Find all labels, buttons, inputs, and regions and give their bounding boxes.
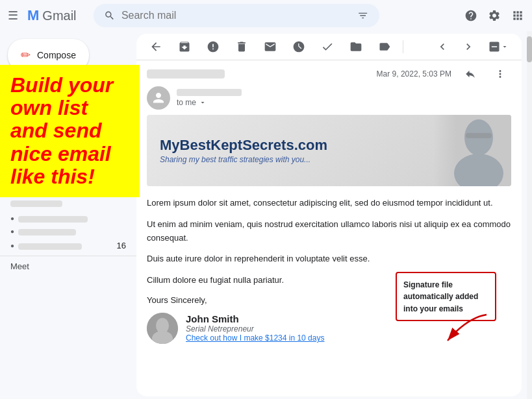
more-email-icon	[494, 68, 506, 80]
sig-info: John Smith Serial Netrepreneur Check out…	[186, 313, 324, 343]
to-dropdown-icon[interactable]	[199, 99, 207, 106]
filter-icon[interactable]	[357, 9, 368, 22]
back-icon	[149, 40, 162, 53]
person-icon	[152, 91, 165, 104]
dropdown-icon	[501, 43, 509, 51]
email-toolbar	[136, 34, 522, 60]
banner-title: MyBestKeptSecrets.com	[160, 137, 327, 154]
label-icon	[378, 40, 391, 53]
settings-icon[interactable]	[488, 9, 501, 22]
gmail-logo: M Gmail	[27, 7, 77, 24]
email-date: Mar 9, 2022, 5:03 PM	[377, 69, 451, 79]
email-body: MyBestKeptSecrets.com Sharing my best tr…	[136, 115, 522, 396]
reply-icon	[464, 68, 476, 80]
reply-button[interactable]	[459, 66, 481, 82]
meet-label: Meet	[10, 261, 29, 271]
compose-label: Compose	[37, 50, 76, 60]
dot-bar2	[18, 229, 76, 236]
label-button[interactable]	[373, 38, 396, 56]
mail-icon	[264, 40, 277, 53]
more-icon	[488, 40, 501, 53]
archive-icon	[178, 40, 191, 53]
banner-person	[433, 115, 511, 186]
more-email-button[interactable]	[489, 66, 511, 82]
banner-text-block: MyBestKeptSecrets.com Sharing my best tr…	[147, 127, 340, 175]
sender-to-label: to me	[177, 98, 242, 107]
archive-button[interactable]	[173, 38, 196, 56]
sig-person-icon	[147, 313, 178, 344]
sidebar-placeholder-3	[10, 200, 62, 207]
banner-subtitle: Sharing my best traffic strategies with …	[160, 155, 327, 164]
report-button[interactable]	[201, 38, 225, 56]
move-icon	[349, 40, 362, 53]
email-subject-placeholder	[147, 69, 225, 79]
svg-point-1	[454, 154, 503, 186]
search-bar[interactable]	[94, 4, 379, 27]
compose-pencil-icon: ✏	[21, 48, 31, 62]
report-icon	[207, 40, 220, 53]
sidebar-dot-items: ●	[0, 212, 136, 225]
next-email-button[interactable]	[457, 38, 480, 56]
search-input[interactable]	[121, 10, 351, 21]
overlay-text: Build your own list and send nice email …	[10, 74, 129, 188]
mail-button[interactable]	[259, 38, 282, 56]
help-icon[interactable]	[464, 9, 477, 22]
dot1: ●	[10, 215, 14, 223]
dot3: ●	[10, 242, 14, 249]
back-button[interactable]	[144, 38, 168, 56]
hamburger-icon[interactable]: ☰	[8, 8, 18, 23]
toolbar-separator	[403, 40, 403, 53]
gmail-text-label: Gmail	[42, 8, 76, 23]
sig-link[interactable]: Check out how I make $1234 in 10 days	[186, 333, 324, 343]
prev-email-button[interactable]	[431, 38, 454, 56]
annotation-text: Signature file automatically added into …	[403, 280, 478, 314]
annotation-arrow	[435, 311, 493, 344]
sig-title: Serial Netrepreneur	[186, 324, 324, 333]
topbar-right	[464, 9, 524, 22]
email-header-actions: Mar 9, 2022, 5:03 PM	[377, 66, 511, 82]
move-button[interactable]	[344, 38, 368, 56]
delete-button[interactable]	[230, 38, 253, 56]
sidebar-dot-items-2: ●	[0, 225, 136, 238]
dot-bar1	[18, 216, 88, 223]
email-para-2: Ut enim ad minim veniam, quis nostrud ex…	[147, 218, 511, 245]
topbar: ☰ M Gmail	[0, 0, 532, 31]
overlay-callout: Build your own list and send nice email …	[0, 65, 140, 197]
svg-rect-2	[466, 133, 492, 138]
email-para-1: Lorem ipsum dolor sit amet, consectetur …	[147, 197, 511, 210]
search-icon	[104, 9, 115, 22]
scrollbar-thumb[interactable]	[527, 36, 532, 62]
sidebar-dot-items-3: ● 16	[0, 238, 136, 253]
person-silhouette	[446, 115, 511, 186]
apps-icon[interactable]	[511, 9, 524, 22]
dot2: ●	[10, 228, 14, 236]
prev-icon	[436, 40, 449, 53]
snooze-button[interactable]	[287, 38, 310, 56]
email-header-row: Mar 9, 2022, 5:03 PM	[136, 60, 522, 85]
gmail-m-icon: M	[27, 7, 39, 24]
next-icon	[462, 40, 475, 53]
toolbar-right	[431, 38, 514, 56]
scrollbar-track[interactable]	[527, 31, 532, 399]
check-icon	[321, 40, 334, 53]
email-banner: MyBestKeptSecrets.com Sharing my best tr…	[147, 115, 511, 186]
delete-icon	[235, 40, 248, 53]
sender-info: to me	[177, 89, 242, 107]
bottom-count: 16	[117, 241, 126, 250]
email-para-3: Duis aute irure dolor in reprehenderit i…	[147, 252, 511, 266]
meet-section: Meet	[0, 256, 136, 276]
sender-avatar	[147, 86, 170, 110]
snooze-icon	[292, 40, 305, 53]
more-button[interactable]	[483, 38, 514, 56]
sender-name-placeholder	[177, 89, 242, 96]
sender-row: to me	[136, 85, 522, 115]
dot-bar3	[18, 243, 82, 250]
check-button[interactable]	[316, 38, 339, 56]
sig-avatar	[147, 313, 178, 344]
sig-name: John Smith	[186, 313, 324, 324]
